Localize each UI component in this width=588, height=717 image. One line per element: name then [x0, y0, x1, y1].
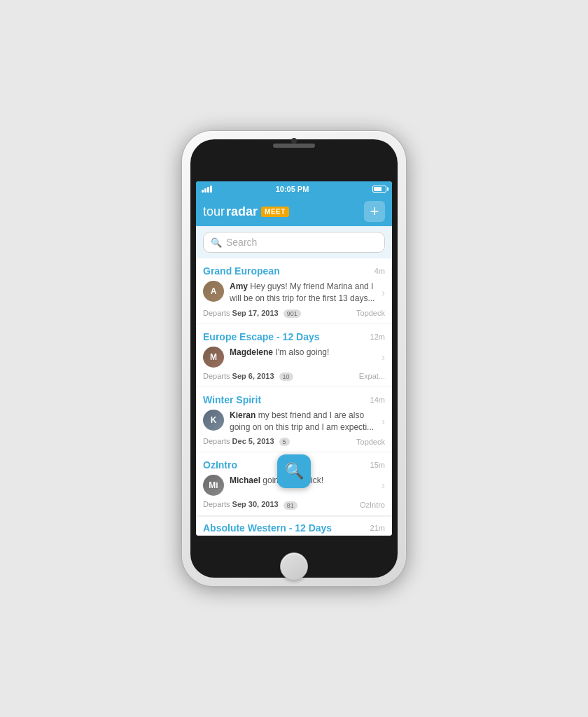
tour-list: Grand European 4m A Amy Hey guys! My fri… [196, 258, 392, 536]
tour-operator: Expat... [359, 372, 385, 380]
tour-item-grand-european[interactable]: Grand European 4m A Amy Hey guys! My fri… [196, 258, 392, 323]
app-header: tourradar MEET + [196, 197, 392, 226]
logo-radar-text: radar [226, 204, 258, 219]
search-placeholder: Search [226, 237, 257, 248]
chevron-right-icon: › [382, 480, 385, 491]
chevron-right-icon: › [382, 287, 385, 298]
tour-name: Absolute Western - 12 Days [203, 522, 332, 534]
departs-info: Departs Sep 30, 2013 81 [203, 500, 298, 509]
chevron-right-icon: › [382, 416, 385, 427]
message-text: Hey guys! My friend Marina and I will be… [230, 281, 374, 303]
tour-time: 12m [370, 333, 385, 341]
status-right [372, 186, 386, 193]
message-sender: Kieran [230, 410, 255, 420]
message-sender: Michael [230, 475, 260, 485]
avatar: A [203, 281, 224, 302]
avatar: Mi [203, 475, 224, 496]
tour-operator: Topdeck [356, 438, 385, 446]
battery-fill [374, 187, 382, 191]
message-sender: Amy [230, 281, 248, 291]
comment-count: 10 [279, 373, 293, 381]
logo-meet-badge: MEET [261, 207, 289, 217]
phone-speaker [273, 144, 315, 148]
message-sender: Magdelene [230, 347, 273, 357]
tour-name: Europe Escape - 12 Days [203, 331, 320, 342]
phone-camera [291, 138, 297, 144]
tour-time: 21m [370, 524, 385, 532]
departs-info: Departs Sep 17, 2013 901 [203, 309, 301, 318]
tour-time: 14m [370, 396, 385, 404]
search-fab-button[interactable]: 🔍 [277, 454, 311, 488]
tour-time: 15m [370, 461, 385, 469]
avatar: K [203, 410, 224, 431]
tour-operator: Topdeck [356, 309, 385, 317]
app-logo: tourradar MEET [203, 204, 289, 219]
phone-screen-container: 10:05 PM tourradar MEET + 🔍 [190, 139, 398, 578]
tour-operator: OzIntro [360, 501, 385, 509]
logo-tour-text: tour [203, 204, 225, 219]
message-content: Amy Hey guys! My friend Marina and I wil… [230, 281, 376, 305]
message-content: Magdelene I'm also going! [230, 347, 376, 358]
status-time: 10:05 PM [276, 185, 309, 193]
comment-count: 901 [284, 309, 301, 318]
tour-name: OzIntro [203, 459, 237, 471]
search-bar[interactable]: 🔍 Search [203, 232, 385, 253]
avatar: M [203, 347, 224, 368]
tour-time: 4m [374, 267, 385, 275]
status-bar: 10:05 PM [196, 181, 392, 197]
tour-item-winter-spirit[interactable]: Winter Spirit 14m K Kieran my best frien… [196, 387, 392, 452]
search-container: 🔍 Search [196, 226, 392, 258]
tour-name: Winter Spirit [203, 394, 261, 405]
tour-name: Grand European [203, 265, 280, 277]
departs-info: Departs Sep 6, 2013 10 [203, 372, 293, 381]
battery-icon [372, 186, 386, 193]
message-content: Kieran my best friend and I are also goi… [230, 410, 376, 433]
app-screen: 10:05 PM tourradar MEET + 🔍 [196, 181, 392, 536]
departs-info: Departs Dec 5, 2013 5 [203, 437, 290, 446]
search-icon: 🔍 [211, 237, 222, 248]
message-text: I'm also going! [273, 347, 329, 357]
comment-count: 81 [284, 501, 298, 510]
phone-device: 10:05 PM tourradar MEET + 🔍 [182, 131, 406, 586]
status-left [202, 186, 212, 193]
signal-icon [202, 186, 212, 193]
add-button[interactable]: + [364, 201, 385, 222]
tour-item-partial[interactable]: Absolute Western - 12 Days 21m [196, 516, 392, 536]
search-fab-icon: 🔍 [285, 462, 304, 480]
chevron-right-icon: › [382, 351, 385, 363]
comment-count: 5 [279, 438, 290, 446]
tour-item-europe-escape[interactable]: Europe Escape - 12 Days 12m M Magdelene … [196, 324, 392, 387]
home-button[interactable] [280, 552, 308, 580]
